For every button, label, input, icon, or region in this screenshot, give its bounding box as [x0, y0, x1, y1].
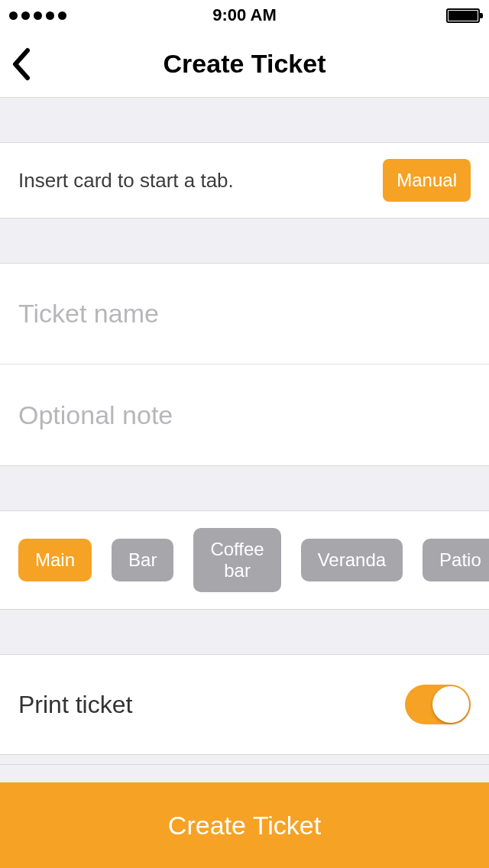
nav-bar: Create Ticket: [0, 31, 489, 98]
print-ticket-toggle[interactable]: [405, 685, 471, 724]
create-ticket-button[interactable]: Create Ticket: [0, 782, 489, 868]
toggle-knob: [432, 686, 469, 723]
ticket-name-row[interactable]: [0, 264, 489, 364]
chevron-left-icon: [11, 47, 31, 81]
status-bar: 9:00 AM: [0, 0, 489, 31]
insert-card-text: Insert card to start a tab.: [18, 169, 383, 193]
insert-card-row: Insert card to start a tab. Manual: [0, 142, 489, 219]
page-title: Create Ticket: [164, 49, 326, 79]
ticket-name-input[interactable]: [18, 299, 471, 329]
area-chips-row: Main Bar Coffee bar Veranda Patio: [0, 510, 489, 610]
note-row[interactable]: [0, 364, 489, 465]
print-ticket-label: Print ticket: [18, 691, 405, 719]
section-gap: [0, 466, 489, 510]
back-button[interactable]: [11, 31, 31, 97]
area-chip-veranda[interactable]: Veranda: [301, 539, 403, 581]
section-gap: [0, 610, 489, 654]
section-gap: [0, 98, 489, 142]
area-chip-patio[interactable]: Patio: [423, 539, 489, 581]
optional-note-input[interactable]: [18, 400, 471, 430]
print-ticket-row: Print ticket: [0, 654, 489, 755]
section-gap: [0, 764, 489, 782]
battery-icon: [446, 8, 480, 23]
section-gap: [0, 219, 489, 263]
area-chip-main[interactable]: Main: [18, 539, 92, 581]
area-chip-coffee-bar[interactable]: Coffee bar: [193, 528, 280, 592]
area-chip-bar[interactable]: Bar: [112, 539, 173, 581]
status-time: 9:00 AM: [0, 5, 489, 25]
manual-button[interactable]: Manual: [383, 159, 471, 202]
